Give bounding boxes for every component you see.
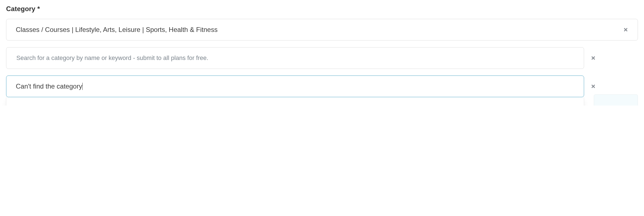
category-label: Category * [6,5,638,13]
background-panel [594,94,638,106]
category-search-row-1 [6,47,638,69]
category-field-section: Category * Classes / Courses | Lifestyle… [0,0,644,106]
category-search-row-2: Can't find the category Sorry we can't f… [6,76,638,97]
category-search-dropdown: Sorry we can't find a match for "Can't f… [6,97,584,106]
category-search-field-2[interactable]: Can't find the category [6,76,584,97]
close-icon[interactable] [623,27,628,32]
selected-category-field[interactable]: Classes / Courses | Lifestyle, Arts, Lei… [6,19,638,41]
category-search-input-2-text[interactable]: Can't find the category [16,82,82,90]
close-icon[interactable] [591,84,597,89]
category-search-field-1[interactable] [6,47,584,69]
selected-category-value: Classes / Courses | Lifestyle, Arts, Lei… [16,26,623,34]
close-icon[interactable] [591,56,597,61]
category-search-input-1[interactable] [16,54,574,62]
selected-category-row: Classes / Courses | Lifestyle, Arts, Lei… [6,19,638,41]
text-caret [82,83,83,90]
no-match-message: Sorry we can't find a match for "Can't f… [16,105,574,106]
